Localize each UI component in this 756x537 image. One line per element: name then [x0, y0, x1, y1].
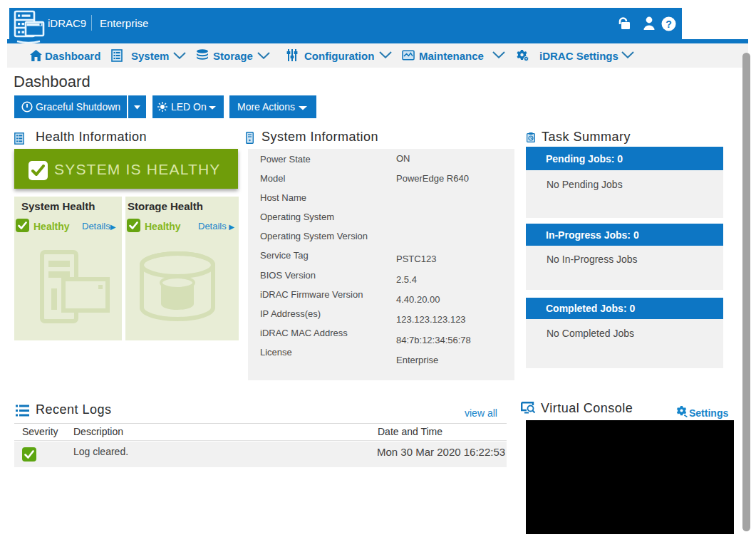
svg-text:?: ? [666, 19, 672, 30]
